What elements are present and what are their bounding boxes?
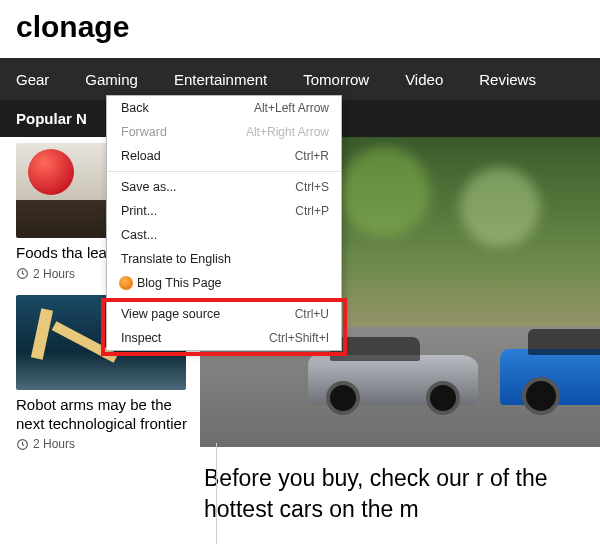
card-title: Robot arms may be the next technological… [16,396,200,434]
context-menu-print[interactable]: Print... Ctrl+P [107,199,341,223]
site-title: clonage [0,0,600,58]
menu-label: View page source [121,307,295,321]
menu-shortcut: Ctrl+Shift+I [269,331,329,345]
nav-video[interactable]: Video [387,71,461,88]
context-menu-translate[interactable]: Translate to English [107,247,341,271]
context-menu-cast[interactable]: Cast... [107,223,341,247]
bokeh-circle [460,167,540,247]
context-menu-save-as[interactable]: Save as... Ctrl+S [107,175,341,199]
menu-shortcut: Ctrl+P [295,204,329,218]
context-menu-inspect[interactable]: Inspect Ctrl+Shift+I [107,326,341,350]
clock-icon [16,438,29,451]
menu-shortcut: Alt+Right Arrow [246,125,329,139]
menu-label: Save as... [121,180,295,194]
menu-label: Inspect [121,331,269,345]
context-menu-blog-this-page[interactable]: Blog This Page [107,271,341,295]
context-menu-reload[interactable]: Reload Ctrl+R [107,144,341,168]
menu-shortcut: Ctrl+S [295,180,329,194]
menu-label: Print... [121,204,295,218]
menu-shortcut: Alt+Left Arrow [254,101,329,115]
nav-gaming[interactable]: Gaming [67,71,156,88]
nav-entertainment[interactable]: Entertainment [156,71,285,88]
menu-separator [107,171,341,172]
bokeh-circle [340,147,430,237]
menu-label: Back [121,101,254,115]
nav-reviews[interactable]: Reviews [461,71,554,88]
blogger-icon [119,276,133,290]
menu-separator [107,298,341,299]
toy-car-silver [308,355,478,405]
toy-car-blue [500,349,600,405]
menu-label: Translate to English [121,252,329,266]
clock-icon [16,267,29,280]
card-meta-text: 2 Hours [33,267,75,281]
menu-label: Forward [121,125,246,139]
hero-caption: Before you buy, check our r of the hotte… [200,447,600,525]
card-meta-text: 2 Hours [33,437,75,451]
context-menu-back[interactable]: Back Alt+Left Arrow [107,96,341,120]
nav-tomorrow[interactable]: Tomorrow [285,71,387,88]
main-nav: Gear Gaming Entertainment Tomorrow Video… [0,58,600,100]
menu-label: Reload [121,149,295,163]
divider-vertical [216,443,217,544]
context-menu-view-source[interactable]: View page source Ctrl+U [107,302,341,326]
nav-gear[interactable]: Gear [4,71,67,88]
menu-label: Blog This Page [137,276,329,290]
menu-shortcut: Ctrl+U [295,307,329,321]
context-menu-forward: Forward Alt+Right Arrow [107,120,341,144]
menu-shortcut: Ctrl+R [295,149,329,163]
context-menu: Back Alt+Left Arrow Forward Alt+Right Ar… [106,95,342,351]
card-meta: 2 Hours [16,437,200,451]
menu-label: Cast... [121,228,329,242]
